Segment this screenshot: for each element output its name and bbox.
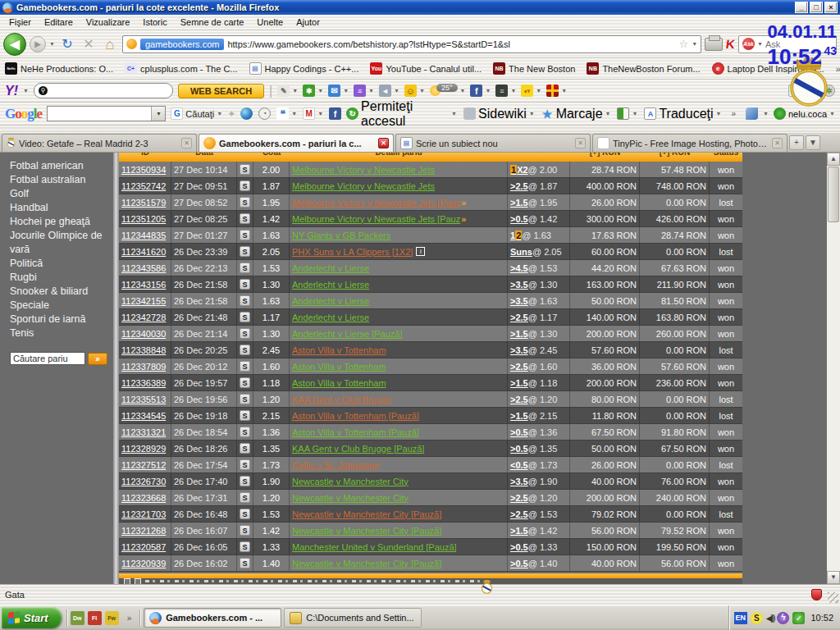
- match-link[interactable]: Melbourne Victory v Newcastle Jets: [292, 181, 435, 191]
- selection-link[interactable]: >2.5: [510, 493, 528, 503]
- tab-close-icon[interactable]: ✕: [181, 138, 192, 148]
- selection-link[interactable]: >2.5: [510, 181, 528, 191]
- star-icon[interactable]: ★: [541, 107, 554, 120]
- google-overflow-chevron[interactable]: »: [731, 109, 736, 118]
- kaspersky-icon[interactable]: K: [725, 37, 736, 51]
- bet-id-link[interactable]: 112326730: [121, 477, 166, 486]
- selection-link[interactable]: >4.5: [510, 263, 528, 273]
- bet-id-link[interactable]: 112342728: [121, 313, 166, 322]
- bet-id-link[interactable]: 112334545: [121, 411, 166, 421]
- mail-icon[interactable]: ✉: [328, 84, 340, 97]
- tab-close-icon[interactable]: ✕: [575, 138, 586, 148]
- bet-search-go-button[interactable]: »: [88, 353, 107, 365]
- facebook-caret[interactable]: ▼: [485, 88, 491, 94]
- minimize-button[interactable]: _: [795, 2, 808, 13]
- plus-icon[interactable]: +: [788, 84, 801, 97]
- smiley-icon[interactable]: ☺: [404, 84, 417, 97]
- weather-caret[interactable]: ▼: [460, 88, 466, 94]
- bet-id-link[interactable]: 112341620: [121, 247, 166, 257]
- bookmark-item[interactable]: NeHeNeHe Productions: O...: [5, 62, 113, 75]
- match-link[interactable]: Anderlecht v Lierse: [292, 313, 369, 322]
- ask-search-input[interactable]: [765, 39, 823, 49]
- ask-search-box[interactable]: Ask ▼: [738, 35, 837, 53]
- match-link[interactable]: Newcastle v Manchester City [Pauză]: [292, 526, 441, 536]
- selection-link[interactable]: >1.5: [510, 198, 528, 208]
- match-link[interactable]: Newcastle v Manchester City [Pauză]: [292, 559, 441, 568]
- selection-link[interactable]: >3.5: [510, 296, 528, 306]
- sidebar-item-rugbi[interactable]: Rugbi: [10, 271, 107, 285]
- allow-icon[interactable]: ↻: [346, 107, 358, 120]
- match-link[interactable]: Aston Villa v Tottenham: [292, 345, 386, 355]
- google-sidewiki-item[interactable]: Sidewiki▼: [463, 107, 535, 121]
- bet-id-link[interactable]: 112331321: [121, 427, 166, 437]
- bookmark-item[interactable]: NBTheNewBoston Forum...: [587, 62, 700, 75]
- ebay-icon[interactable]: eY: [521, 84, 533, 97]
- selection-link[interactable]: Suns: [510, 247, 532, 257]
- web-search-button[interactable]: WEB SEARCH: [178, 84, 264, 98]
- bet-id-link[interactable]: 112352742: [121, 181, 166, 191]
- history-icon[interactable]: ◔: [258, 107, 271, 120]
- menu-ajutor[interactable]: Ajutor: [290, 16, 326, 29]
- google-allow-item[interactable]: ↻Permiteţi accesul▼: [346, 99, 457, 129]
- ybookmarks-icon[interactable]: ≡: [354, 84, 366, 97]
- bet-id-link[interactable]: 112351579: [121, 198, 166, 208]
- messenger-icon[interactable]: ✱: [303, 84, 315, 97]
- match-link[interactable]: KAA Gent v Club Brugge: [292, 395, 391, 404]
- translate-icon[interactable]: A: [644, 107, 656, 120]
- menu-istoric[interactable]: Istoric: [137, 16, 172, 29]
- list-all-tabs-button[interactable]: ▼: [806, 135, 820, 150]
- security-ok-icon[interactable]: ✓: [792, 612, 805, 624]
- site-identity-chip[interactable]: gamebookers.com: [140, 39, 225, 50]
- allow-caret[interactable]: ▼: [451, 111, 457, 116]
- bet-id-link[interactable]: 112343156: [121, 280, 166, 290]
- bet-id-link[interactable]: 112335513: [121, 395, 166, 404]
- match-link[interactable]: Newcastle v Manchester City [Pauză]: [292, 509, 441, 519]
- bet-id-link[interactable]: 112320587: [121, 542, 166, 552]
- bookmark-item[interactable]: ▤Happy Codings - C++...: [249, 62, 359, 75]
- menu-vizualizare[interactable]: Vizualizare: [80, 16, 136, 29]
- notepad-icon[interactable]: ≡: [495, 84, 508, 97]
- menu-semne-de-carte[interactable]: Semne de carte: [175, 16, 250, 29]
- ask-engine-caret[interactable]: ▼: [757, 41, 763, 47]
- bet-id-link[interactable]: 112323668: [121, 493, 166, 503]
- url-dropdown-caret[interactable]: ▼: [692, 41, 697, 47]
- language-indicator[interactable]: EN: [734, 612, 747, 624]
- start-button[interactable]: Start: [2, 607, 62, 628]
- star-caret[interactable]: ▼: [605, 111, 611, 116]
- bet-id-link[interactable]: 112351205: [121, 214, 166, 224]
- selection-link[interactable]: >0.5: [510, 214, 528, 224]
- selection-link[interactable]: >2.5: [510, 313, 528, 322]
- quicklaunch-flash-icon[interactable]: Fl: [88, 611, 102, 625]
- scrollbar-thumb[interactable]: [828, 167, 839, 222]
- bet-search-input[interactable]: [10, 352, 85, 365]
- bet-id-link[interactable]: 112336389: [121, 378, 166, 388]
- printer-icon[interactable]: [705, 38, 723, 51]
- selection-link[interactable]: >2.5: [510, 395, 528, 404]
- match-link[interactable]: Aston Villa v Tottenham [Pauză]: [292, 427, 419, 437]
- yahoo-logo[interactable]: Y!: [5, 84, 18, 98]
- match-link[interactable]: Aston Villa v Tottenham [Pauză]: [292, 411, 419, 421]
- match-link[interactable]: Anderlecht v Lierse: [292, 296, 369, 306]
- checkbox-icon[interactable]: [124, 578, 130, 584]
- gift-icon[interactable]: [546, 84, 559, 97]
- bookmarks-overflow-chevron[interactable]: »: [836, 64, 840, 74]
- quicklaunch-dreamweaver-icon[interactable]: Dw: [71, 611, 84, 625]
- tab-realmadrid[interactable]: Video: Getafe – Real Madrid 2-3✕: [2, 134, 197, 152]
- url-text[interactable]: https://www.gamebookers.com/betshistory.…: [227, 39, 675, 49]
- close-button[interactable]: ×: [824, 2, 838, 13]
- quick-launch-chevron[interactable]: »: [127, 614, 132, 623]
- book-icon[interactable]: [617, 107, 629, 120]
- google-translate-item[interactable]: ATraduceţi▼: [644, 107, 721, 121]
- new-tab-button[interactable]: +: [789, 135, 804, 150]
- selection-link[interactable]: >2.5: [510, 362, 528, 372]
- selection-link[interactable]: >1.5: [510, 411, 528, 421]
- vertical-scrollbar[interactable]: ▲ ▼: [827, 153, 840, 584]
- gmail-caret[interactable]: ▼: [317, 111, 323, 116]
- share-caret[interactable]: ▼: [394, 88, 399, 94]
- bet-id-link[interactable]: 112321703: [121, 509, 166, 519]
- selection-link[interactable]: >3.5: [510, 280, 528, 290]
- facebook-icon[interactable]: f: [329, 107, 341, 120]
- url-bar[interactable]: gamebookers.com https://www.gamebookers.…: [122, 35, 701, 53]
- selection-link[interactable]: >0.5: [510, 444, 528, 454]
- bet-id-link[interactable]: 112337809: [121, 362, 166, 372]
